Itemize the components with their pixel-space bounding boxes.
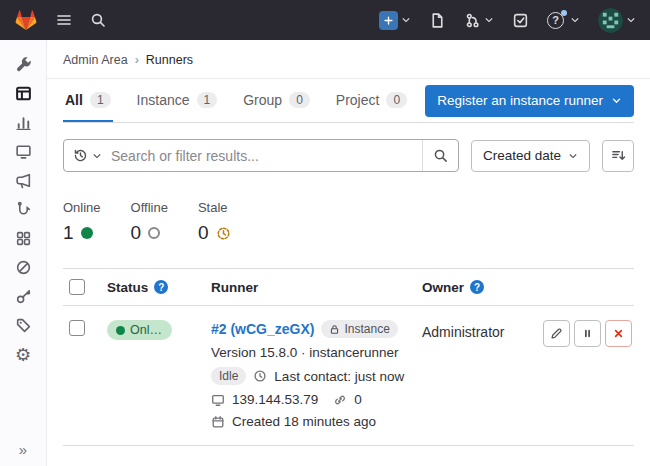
filter-row: Created date: [63, 139, 634, 172]
runner-row: Online #2 (wCG_zeGX) Instance: [63, 306, 634, 446]
tab-label: All: [65, 92, 83, 108]
megaphone-icon: [15, 172, 32, 189]
last-contact-text: Last contact: just now: [274, 369, 404, 384]
sidebar-collapse-button[interactable]: »: [19, 441, 27, 458]
select-all-checkbox[interactable]: [69, 279, 85, 295]
pencil-icon: [550, 327, 563, 340]
help-menu-button[interactable]: ?: [545, 10, 582, 31]
online-dot-icon: [116, 326, 125, 335]
circle-slash-icon: [15, 259, 32, 276]
sidebar-item-overview[interactable]: [5, 50, 41, 79]
new-menu-button[interactable]: [377, 9, 413, 32]
linked-projects-count: 0: [354, 392, 362, 407]
wrench-icon: [15, 56, 32, 73]
owner-column-header: Owner: [422, 280, 464, 295]
edit-runner-button[interactable]: [543, 320, 570, 347]
owner-help-icon[interactable]: ?: [470, 280, 484, 294]
chevron-down-icon: [570, 15, 580, 25]
stat-label: Offline: [131, 200, 168, 215]
search-icon: [433, 148, 448, 163]
sidebar-item-settings[interactable]: ⚙: [5, 340, 41, 369]
stat-value: 0: [198, 222, 209, 244]
chevron-down-icon: [611, 95, 622, 106]
search-submit-button[interactable]: [422, 140, 458, 171]
sidebar-item-messages[interactable]: [5, 166, 41, 195]
top-navbar: ?: [0, 0, 650, 40]
stat-value: 1: [63, 222, 74, 244]
delete-runner-button[interactable]: [605, 320, 632, 347]
status-help-icon[interactable]: ?: [154, 280, 168, 294]
runners-table: Status ? Runner Owner ?: [63, 268, 634, 446]
runner-link[interactable]: #2 (wCG_zeGX): [211, 321, 314, 337]
tab-label: Group: [243, 92, 282, 108]
breadcrumb-runners: Runners: [146, 53, 193, 67]
gitlab-logo[interactable]: [12, 7, 40, 34]
todos-button[interactable]: [510, 10, 531, 31]
hamburger-menu-button[interactable]: [54, 10, 74, 30]
owner-link[interactable]: Administrator: [422, 324, 504, 340]
sort-field-label: Created date: [483, 148, 561, 163]
merge-requests-button[interactable]: [462, 10, 496, 31]
sidebar-item-analytics[interactable]: [5, 108, 41, 137]
tab-count-badge: 1: [90, 92, 111, 108]
tanuki-icon: [14, 9, 38, 32]
filtered-search: [63, 139, 459, 172]
tab-count-badge: 1: [197, 92, 218, 108]
tab-instance[interactable]: Instance 1: [135, 79, 220, 122]
runner-type-label: Instance: [344, 322, 389, 336]
sidebar-item-system-hooks[interactable]: [5, 195, 41, 224]
created-ago-text: Created 18 minutes ago: [232, 414, 376, 429]
runners-grid-icon: [15, 85, 32, 102]
sidebar-item-monitoring[interactable]: [5, 137, 41, 166]
tab-group[interactable]: Group 0: [241, 79, 312, 122]
table-header-row: Status ? Runner Owner ?: [63, 268, 634, 306]
register-button-label: Register an instance runner: [437, 93, 603, 108]
host-monitor-icon: [211, 393, 225, 407]
tab-count-badge: 0: [289, 92, 310, 108]
offline-status-icon: [148, 227, 160, 239]
pause-icon: [581, 327, 594, 340]
runner-type-tabs: All 1 Instance 1 Group 0 Project: [63, 79, 409, 122]
status-badge: Online: [107, 320, 172, 340]
sort-direction-button[interactable]: [602, 140, 634, 172]
tag-icon: [15, 317, 32, 334]
tab-project[interactable]: Project 0: [334, 79, 409, 122]
monitor-icon: [15, 143, 32, 160]
sidebar-item-abuse-reports[interactable]: [5, 253, 41, 282]
chevron-down-icon: [568, 151, 578, 161]
row-actions: [542, 320, 634, 347]
sidebar-item-labels[interactable]: [5, 311, 41, 340]
tab-count-badge: 0: [386, 92, 407, 108]
pause-runner-button[interactable]: [574, 320, 601, 347]
chevron-down-icon: [92, 151, 102, 161]
job-status-badge: Idle: [211, 367, 246, 385]
search-input[interactable]: [111, 148, 422, 164]
sidebar-item-runners[interactable]: [5, 79, 41, 108]
stat-online: Online 1: [63, 200, 101, 244]
tab-all[interactable]: All 1: [63, 79, 113, 122]
issues-button[interactable]: [427, 10, 448, 31]
runners-content: All 1 Instance 1 Group 0 Project: [47, 79, 650, 466]
breadcrumb: Admin Area › Runners: [47, 40, 650, 79]
history-clock-icon: [73, 148, 88, 163]
navbar-right: ?: [377, 6, 638, 35]
bar-chart-icon: [15, 114, 32, 131]
tab-label: Project: [336, 92, 380, 108]
row-checkbox[interactable]: [69, 320, 85, 336]
navbar-left: [12, 7, 108, 34]
apps-grid-icon: [15, 230, 32, 247]
sidebar-item-deploy-keys[interactable]: [5, 282, 41, 311]
document-icon: [429, 12, 446, 29]
lock-icon: [329, 324, 340, 335]
main-content: Admin Area › Runners All 1 Instance 1: [47, 40, 650, 466]
hook-icon: [15, 201, 32, 218]
user-menu-button[interactable]: [596, 6, 638, 35]
search-history-button[interactable]: [64, 140, 111, 171]
sidebar-item-applications[interactable]: [5, 224, 41, 253]
navbar-search-button[interactable]: [88, 10, 108, 30]
clock-icon: [253, 369, 267, 383]
sort-field-dropdown[interactable]: Created date: [471, 140, 590, 172]
register-instance-runner-button[interactable]: Register an instance runner: [425, 85, 634, 117]
link-icon: [333, 393, 347, 407]
breadcrumb-admin-area[interactable]: Admin Area: [63, 53, 128, 67]
